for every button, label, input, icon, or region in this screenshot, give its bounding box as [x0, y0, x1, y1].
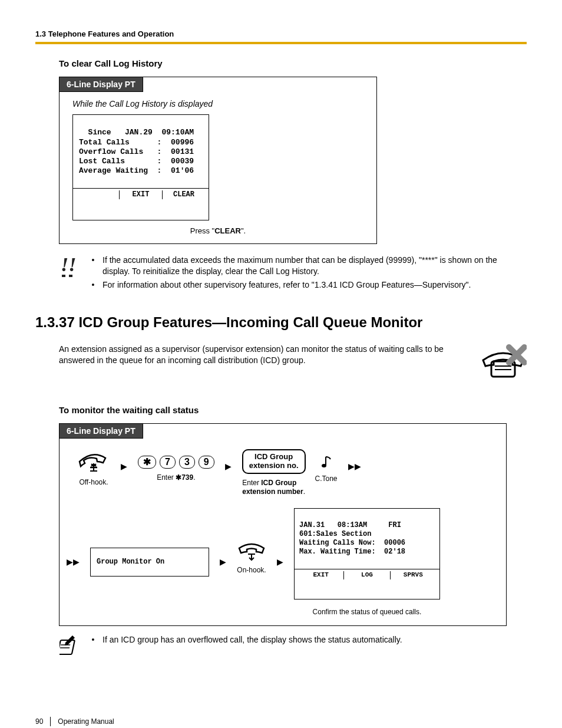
text-bold: CLEAR [214, 226, 241, 235]
subheading-monitor: To monitor the waiting call status [59, 405, 527, 415]
bullet: • [91, 279, 95, 291]
step-offhook: Off-hook. [77, 451, 110, 495]
arrow-icon: ▶ [224, 462, 233, 471]
procedure-box-monitor: 6-Line Display PT Off-hook. ▶ ✱ 7 3 9 [59, 423, 507, 626]
step-label: On-hook. [237, 566, 266, 582]
running-head: 1.3 Telephone Features and Operation [35, 29, 527, 38]
intro-paragraph: An extension assigned as a supervisor (s… [59, 344, 468, 367]
keypad-star[interactable]: ✱ [138, 456, 156, 469]
step-status-lcd: JAN.31 08:13AM FRI 601:Sales Section Wai… [294, 508, 440, 616]
text-bold: extension number [242, 487, 303, 496]
subheading-clear-log: To clear Call Log History [59, 58, 527, 68]
keypad-7[interactable]: 7 [160, 456, 176, 469]
text: Enter [242, 479, 261, 487]
text: Press " [190, 226, 214, 235]
svg-text:!!: !! [61, 255, 76, 275]
manual-name: Operating Manual [58, 717, 114, 726]
lcd-line: Since JAN.29 09:10AM [79, 128, 194, 137]
page-number: 90 [35, 717, 43, 726]
softkey-clear[interactable]: CLEAR [162, 190, 205, 199]
keypad-9[interactable]: 9 [199, 456, 214, 469]
step-group-monitor-lcd: Group Monitor On [90, 548, 209, 577]
svg-point-8 [322, 464, 326, 467]
note-text: For information about other supervisory … [103, 279, 471, 291]
display-type-tab: 6-Line Display PT [59, 77, 143, 92]
softkey-blank[interactable] [77, 190, 119, 199]
notes-block-2: •If an ICD group has an overflowed call,… [59, 634, 503, 658]
lcd-line: JAN.31 08:13AM FRI [299, 521, 401, 529]
lcd-display-status: JAN.31 08:13AM FRI 601:Sales Section Wai… [294, 508, 440, 599]
text-bold: ICD Group [261, 479, 296, 487]
bullet: • [91, 255, 95, 277]
step-dial-739: ✱ 7 3 9 Enter ✱739. [138, 456, 214, 490]
step-onhook: On-hook. [237, 541, 266, 582]
page-footer: 90 Operating Manual [35, 717, 527, 726]
header-rule [35, 42, 527, 44]
lcd-line: Waiting Calls Now: 00006 [299, 539, 405, 547]
softkey-log[interactable]: LOG [343, 571, 389, 579]
arrow-icon: ▶▶ [65, 557, 81, 566]
arrow-icon: ▶▶ [347, 462, 362, 471]
lcd-softkey-row: EXIT CLEAR [73, 188, 209, 201]
softkey-sprvs[interactable]: SPRVS [390, 571, 436, 579]
bullet: • [91, 634, 95, 645]
onhook-icon [237, 541, 266, 561]
text: ". [241, 226, 246, 235]
arrow-icon: ▶ [219, 557, 227, 566]
step-label: Off-hook. [79, 478, 108, 495]
keypad-3[interactable]: 3 [179, 456, 195, 469]
alert-icon: !! [59, 255, 80, 293]
confirm-text: Confirm the status of queued calls. [313, 608, 422, 616]
notes-block-1: !! •If the accumulated data exceeds the … [59, 255, 503, 293]
text: . [303, 487, 305, 496]
input-bubble[interactable]: ICD Group extension no. [242, 449, 306, 474]
step-ctone: C.Tone [315, 454, 338, 491]
display-type-tab: 6-Line Display PT [59, 423, 143, 439]
lcd-line: 601:Sales Section [299, 530, 371, 538]
svg-rect-2 [69, 275, 72, 277]
footer-separator [50, 717, 51, 726]
arrow-icon: ▶ [120, 462, 128, 471]
step-label: Enter ICD Group extension number. [242, 479, 305, 496]
notepad-icon [59, 634, 80, 658]
lcd-line: Average Waiting : 01'06 [79, 166, 194, 175]
lcd-line: Total Calls : 00996 [79, 138, 194, 147]
step-label: Enter ✱739. [157, 473, 195, 490]
text: extension no. [249, 461, 299, 470]
note-text: If the accumulated data exceeds the maxi… [103, 255, 503, 277]
offhook-icon [77, 451, 110, 473]
step-label: C.Tone [315, 475, 338, 491]
svg-rect-1 [62, 275, 65, 277]
text: . [193, 473, 195, 482]
press-clear-instruction: Press "CLEAR". [72, 226, 363, 235]
lcd-line: Group Monitor On [97, 558, 164, 566]
text-bold: ✱739 [176, 473, 193, 482]
step-enter-extension: ICD Group extension no. Enter ICD Group … [242, 449, 306, 496]
lcd-softkey-row: EXIT LOG SPRVS [295, 569, 439, 581]
lcd-line: Overflow Calls : 00131 [79, 147, 194, 156]
softkey-exit[interactable]: EXIT [119, 190, 162, 199]
lcd-display-gmon: Group Monitor On [90, 548, 209, 577]
music-note-icon [320, 454, 333, 470]
condition-text: While the Call Log History is displayed [72, 99, 363, 108]
softkey-exit[interactable]: EXIT [298, 571, 343, 579]
lcd-display-history: Since JAN.29 09:10AM Total Calls : 00996… [72, 114, 209, 220]
lcd-line: Lost Calls : 00039 [79, 157, 194, 166]
text: Enter [157, 473, 176, 482]
note-text: If an ICD group has an overflowed call, … [103, 634, 402, 645]
telephone-not-allowed-icon [480, 344, 527, 385]
arrow-icon: ▶ [276, 557, 285, 566]
text: ICD Group [254, 452, 293, 461]
section-title: 1.3.37 ICD Group Features—Incoming Call … [35, 314, 527, 331]
procedure-box-clear: 6-Line Display PT While the Call Log His… [59, 77, 377, 244]
lcd-line: Max. Waiting Time: 02'18 [299, 548, 405, 556]
